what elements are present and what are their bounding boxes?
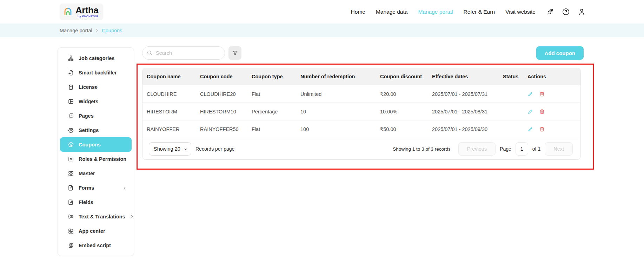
sidebar-item-widgets[interactable]: Widgets (60, 94, 132, 109)
sidebar-item-label: Smart backfiller (79, 70, 117, 75)
breadcrumb-current: Coupons (102, 28, 122, 33)
table-toolbar: Add coupon (142, 46, 584, 60)
profile-icon[interactable] (578, 8, 586, 16)
cell-coupon-code: RAINYOFFER50 (200, 126, 252, 132)
pages-copy-icon (68, 113, 74, 119)
arch-logo-icon (63, 6, 73, 17)
next-page-button[interactable]: Next (545, 142, 573, 156)
sidebar-item-job-categories[interactable]: Job categories (60, 51, 132, 65)
sidebar-item-label: Master (79, 171, 95, 176)
sidebar-item-pages[interactable]: Pages (60, 109, 132, 123)
nav-refer-earn[interactable]: Refer & Earn (464, 9, 495, 15)
col-actions: Actions (527, 74, 580, 79)
license-badge-icon (68, 84, 74, 90)
table-header-row: Coupon name Coupon code Coupon type Numb… (142, 68, 580, 85)
sidebar-item-settings[interactable]: Settings (60, 123, 132, 137)
delete-trash-icon[interactable] (539, 109, 545, 114)
sidebar: Job categories Smart backfiller License (58, 47, 134, 256)
sidebar-item-label: Text & Translations (79, 214, 125, 219)
app-grid-plus-icon (68, 228, 74, 234)
nav-manage-data[interactable]: Manage data (376, 9, 408, 15)
col-coupon-type: Coupon type (252, 74, 300, 79)
col-status: Status (503, 74, 527, 79)
sidebar-item-label: Coupons (79, 142, 101, 147)
sidebar-item-label: App center (79, 228, 105, 234)
table-row: RAINYOFFER RAINYOFFER50 Flat 100 ₹50.00 … (142, 120, 580, 138)
cell-coupon-type: Percentage (252, 109, 300, 114)
chevron-right-icon (130, 215, 134, 219)
artha-logo[interactable]: Artha by KNOVATOR (60, 4, 103, 20)
help-icon[interactable] (562, 8, 570, 16)
cell-coupon-code: CLOUDHIRE20 (200, 91, 252, 97)
grid-squares-icon (68, 170, 74, 177)
cell-coupon-name: RAINYOFFER (147, 126, 200, 132)
search-wrap (142, 46, 225, 60)
sidebar-item-label: Forms (79, 185, 94, 191)
sidebar-item-coupons[interactable]: Coupons (60, 137, 132, 152)
edit-pencil-icon[interactable] (527, 126, 533, 132)
sidebar-item-fields[interactable]: Fields (60, 195, 132, 209)
sidebar-item-text-translations[interactable]: Text & Translations (60, 209, 132, 224)
cell-discount: ₹50.00 (380, 126, 432, 132)
records-select-wrap: Showing 20 (149, 142, 191, 156)
cell-discount: 10.00% (380, 109, 432, 114)
filter-button[interactable] (228, 46, 241, 60)
text-cursor-icon (68, 213, 74, 220)
search-icon (147, 50, 153, 57)
sidebar-item-label: Widgets (79, 99, 98, 104)
delete-trash-icon[interactable] (539, 126, 545, 132)
top-bar: Artha by KNOVATOR Home Manage data Manag… (0, 0, 644, 24)
embed-copy-icon (68, 242, 74, 249)
breadcrumb-parent[interactable]: Manage portal (60, 28, 92, 33)
records-per-page-label: Records per page (195, 146, 234, 152)
nav-home[interactable]: Home (351, 9, 365, 15)
rocket-icon[interactable] (546, 8, 554, 16)
logo-text: Artha by KNOVATOR (75, 6, 98, 18)
edit-pencil-icon[interactable] (527, 91, 533, 97)
coupons-admin-page: Artha by KNOVATOR Home Manage data Manag… (0, 0, 644, 276)
sidebar-item-embed-script[interactable]: Embed script (60, 238, 132, 252)
sidebar-item-label: Job categories (79, 55, 114, 61)
search-input[interactable] (142, 46, 225, 60)
sidebar-item-roles-permission[interactable]: Roles & Permission (60, 152, 132, 166)
sidebar-item-master[interactable]: Master (60, 166, 132, 180)
breadcrumb: Manage portal > Coupons (0, 24, 644, 37)
cell-coupon-name: CLOUDHIRE (147, 91, 200, 97)
page-label: Page (500, 146, 511, 152)
brand-byline: by KNOVATOR (78, 15, 98, 18)
records-per-page-select[interactable]: Showing 20 (149, 142, 191, 156)
cell-dates: 2025/07/01 - 2025/09/30 (432, 126, 503, 132)
sidebar-item-label: Roles & Permission (79, 156, 126, 162)
page-number-input[interactable] (516, 142, 528, 156)
cell-coupon-name: HIRESTORM (147, 109, 200, 114)
widgets-layout-icon (68, 98, 74, 105)
cell-coupon-code: HIRESTORM10 (200, 109, 252, 114)
hierarchy-icon (68, 55, 74, 61)
table-row: CLOUDHIRE CLOUDHIRE20 Flat Unlimited ₹20… (142, 85, 580, 103)
cell-coupon-type: Flat (252, 126, 300, 132)
sidebar-item-smart-backfiller[interactable]: Smart backfiller (60, 65, 132, 80)
document-arrow-icon (68, 70, 74, 76)
cell-discount: ₹20.00 (380, 91, 432, 97)
nav-visit-website[interactable]: Visit website (505, 9, 536, 15)
sidebar-item-forms[interactable]: Forms (60, 180, 132, 195)
coupons-table-card: Coupon name Coupon code Coupon type Numb… (142, 68, 581, 160)
previous-page-button[interactable]: Previous (458, 142, 496, 156)
sidebar-item-label: Embed script (79, 243, 111, 248)
funnel-icon (232, 50, 238, 56)
col-dates: Effective dates (432, 74, 503, 79)
sidebar-item-app-center[interactable]: App center (60, 224, 132, 238)
table-row: HIRESTORM HIRESTORM10 Percentage 10 10.0… (142, 103, 580, 120)
add-coupon-button[interactable]: Add coupon (536, 46, 584, 60)
breadcrumb-separator: > (96, 28, 99, 33)
cell-coupon-type: Flat (252, 91, 300, 97)
sidebar-item-license[interactable]: License (60, 80, 132, 94)
nav-manage-portal[interactable]: Manage portal (418, 9, 453, 15)
chevron-right-icon (122, 186, 127, 190)
delete-trash-icon[interactable] (539, 91, 545, 97)
edit-pencil-icon[interactable] (527, 109, 533, 114)
sidebar-item-label: Fields (79, 199, 93, 205)
of-total-label: of 1 (532, 146, 540, 152)
roles-lock-icon (68, 156, 74, 162)
sidebar-item-label: Settings (79, 127, 99, 133)
